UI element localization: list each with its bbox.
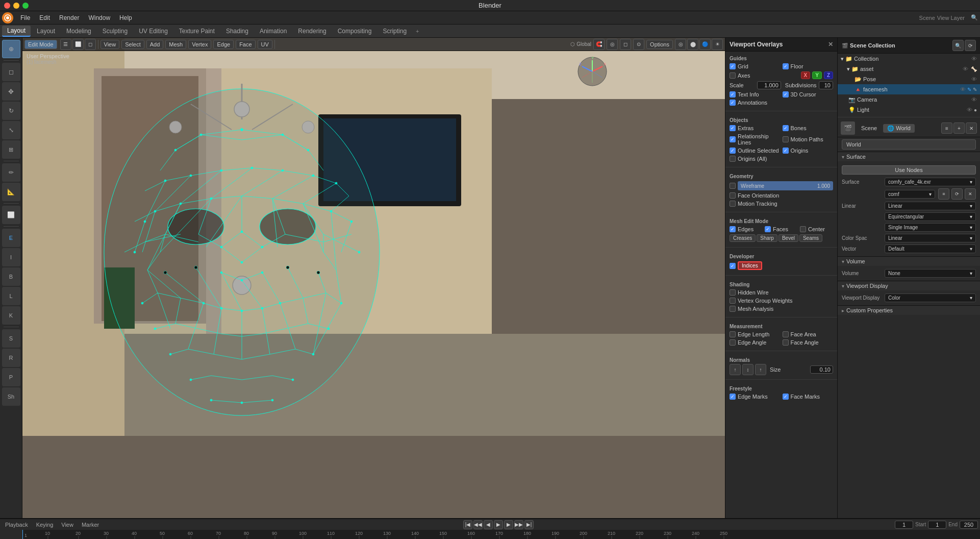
normals-size[interactable]: 0.10 (810, 365, 833, 374)
face-area-checkbox[interactable] (783, 331, 789, 337)
next-keyframe-btn[interactable]: ▶▶ (514, 520, 523, 529)
coll-vis-4[interactable]: 👁 (960, 86, 966, 92)
motion-track-checkbox[interactable] (730, 201, 736, 207)
scale-tool[interactable]: ⤡ (2, 121, 20, 139)
wireframe-checkbox[interactable] (730, 183, 736, 189)
smooth-tool[interactable]: S (2, 329, 20, 348)
y-axis-btn[interactable]: Y (812, 71, 822, 79)
move-tool[interactable]: ✥ (2, 82, 20, 101)
close-button[interactable] (4, 3, 10, 9)
vp-display-header[interactable]: ▾ Viewport Display (838, 281, 980, 290)
bevel-tool[interactable]: B (2, 267, 20, 286)
annotate-tool[interactable]: ✏ (2, 163, 20, 182)
mesh-analysis-checkbox[interactable] (730, 306, 736, 312)
cursor-3d-checkbox[interactable] (783, 91, 789, 97)
world-new-btn[interactable]: + (953, 122, 965, 134)
edge-len-checkbox[interactable] (730, 331, 736, 337)
rotate-tool[interactable]: ↻ (2, 102, 20, 120)
coll-item-pose[interactable]: 📂 Pose 👁 (838, 74, 980, 84)
cursor-tool[interactable]: ⊕ (2, 40, 20, 58)
select-menu[interactable]: Select (121, 40, 144, 49)
use-nodes-btn[interactable]: Use Nodes (842, 165, 976, 175)
coll-item-light[interactable]: 💡 Light 👁 ● (838, 105, 980, 115)
coll-vis-6[interactable]: 👁 (967, 107, 972, 113)
uv-menu[interactable]: UV (258, 40, 272, 49)
coll-vis-3[interactable]: 👁 (971, 76, 977, 82)
menu-edit[interactable]: Edit (35, 13, 54, 22)
axes-checkbox[interactable] (730, 72, 736, 79)
equirect-dropdown[interactable]: Equirectangular ▾ (885, 212, 976, 221)
vertex-normal-btn[interactable]: ↑ (730, 364, 741, 375)
surface-dropdown[interactable]: comfy_cafe_4k.exr ▾ (885, 178, 976, 186)
3d-viewport[interactable]: Edit Mode ☰ ⬜ ◻ View Select Add Mesh Ver… (22, 38, 725, 518)
world-sw-tab[interactable]: 🌐 World (883, 124, 915, 133)
loop-cut-tool[interactable]: L (2, 287, 20, 305)
bevel-btn[interactable]: Bevel (778, 234, 798, 242)
world-browse-btn[interactable]: ≡ (941, 122, 952, 134)
indices-checkbox[interactable] (730, 263, 736, 269)
tab-shading[interactable]: Texture Paint (174, 26, 220, 37)
material-shading[interactable]: 🔵 (699, 39, 711, 50)
global-transform[interactable]: ⬡ Global (570, 41, 591, 47)
world-delete-btn[interactable]: ✕ (966, 122, 977, 134)
indices-btn[interactable]: Indices (738, 261, 762, 270)
coll-vis-2[interactable]: 👁 (963, 66, 968, 72)
custom-props-header[interactable]: ▸ Custom Properties (838, 305, 980, 315)
menu-render[interactable]: Render (55, 13, 83, 22)
creases-btn[interactable]: Creases (730, 234, 756, 242)
mesh-menu[interactable]: Mesh (165, 40, 186, 49)
current-frame[interactable]: 1 (895, 521, 913, 529)
snap-icon[interactable]: 🧲 (593, 39, 605, 50)
text-info-checkbox[interactable] (730, 91, 736, 97)
surface-section-header[interactable]: ▾ Surface (838, 152, 980, 161)
face-menu[interactable]: Face (236, 40, 255, 49)
linear-dropdown[interactable]: Linear ▾ (885, 202, 976, 210)
wireframe-shading[interactable]: ◎ (675, 39, 686, 50)
sharp-btn[interactable]: Sharp (757, 234, 777, 242)
viewport-icon-1[interactable]: ☰ (60, 39, 71, 50)
add-workspace-button[interactable]: + (413, 27, 422, 35)
edges-checkbox[interactable] (730, 226, 736, 232)
scale-value[interactable]: 1.000 (757, 81, 781, 89)
timeline-ruler[interactable]: 1 10 20 30 40 50 60 70 80 90 1 (22, 530, 980, 539)
jump-start-btn[interactable]: |◀ (463, 520, 472, 529)
overlay-icon[interactable]: ⊙ (633, 39, 644, 50)
view-menu-bottom[interactable]: View (58, 521, 77, 528)
origins-checkbox[interactable] (783, 148, 789, 154)
outline-sel-checkbox[interactable] (730, 148, 736, 154)
tab-sculpting[interactable]: Modeling (61, 26, 96, 37)
scene-tab-icon[interactable]: 🎬 (841, 121, 855, 135)
scene-sw-tab[interactable]: Scene (857, 124, 881, 132)
measure-tool[interactable]: 📐 (2, 183, 20, 201)
coll-vis-5[interactable]: 👁 (971, 96, 977, 103)
extras-checkbox[interactable] (730, 125, 736, 131)
prev-keyframe-btn[interactable]: ◀◀ (473, 520, 483, 529)
wireframe-bar[interactable]: Wireframe 1.000 (738, 181, 833, 190)
center-checkbox[interactable] (800, 226, 806, 232)
add-cube-tool[interactable]: ⬜ (2, 206, 20, 224)
subdiv-value[interactable]: 10 (819, 81, 833, 89)
vector-dropdown[interactable]: Default ▾ (885, 244, 976, 253)
volume-section-header[interactable]: ▾ Volume (838, 256, 980, 266)
vertex-menu[interactable]: Vertex (188, 40, 211, 49)
push-pull-tool[interactable]: P (2, 368, 20, 386)
inset-tool[interactable]: I (2, 248, 20, 266)
randomize-tool[interactable]: R (2, 349, 20, 367)
overlays-close[interactable]: ✕ (828, 41, 833, 48)
motion-paths-checkbox[interactable] (783, 136, 789, 142)
filter-icon[interactable]: 🔍 (952, 40, 964, 51)
z-axis-btn[interactable]: Z (824, 71, 833, 79)
single-img-dropdown[interactable]: Single Image ▾ (885, 223, 976, 232)
minimize-button[interactable] (13, 3, 19, 9)
menu-help[interactable]: Help (115, 13, 136, 22)
extrude-tool[interactable]: E (2, 229, 20, 247)
floor-checkbox[interactable] (783, 63, 789, 69)
end-frame[interactable]: 250 (960, 521, 978, 529)
edge-marks-checkbox[interactable] (730, 394, 736, 400)
options-btn[interactable]: Options (646, 40, 673, 49)
edit-mode-btn[interactable]: Edit Mode (24, 40, 57, 49)
tab-uv[interactable]: Sculpting (97, 26, 133, 37)
hidden-wire-checkbox[interactable] (730, 289, 736, 296)
colorspac-dropdown[interactable]: Linear ▾ (885, 234, 976, 242)
face-normal-btn[interactable]: ↑ (755, 364, 766, 375)
